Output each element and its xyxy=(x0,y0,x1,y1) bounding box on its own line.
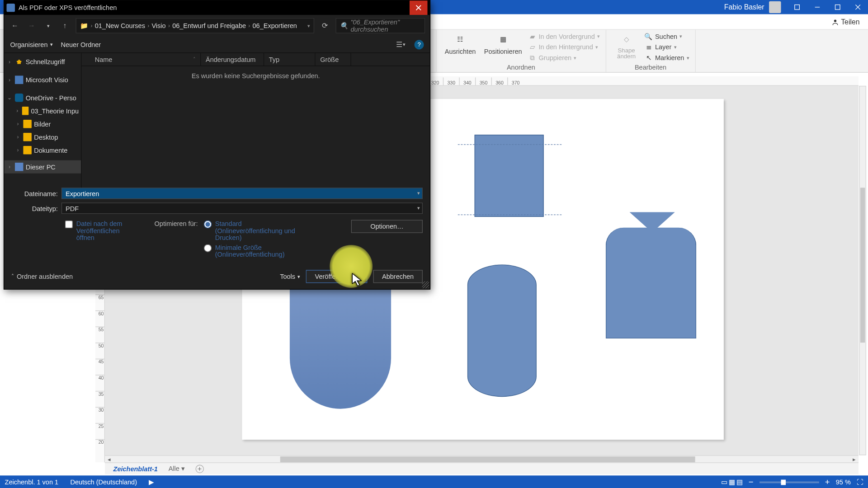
shape-cylinder[interactable] xyxy=(467,265,537,397)
optimize-standard-radio[interactable]: Standard (Onlineveröffentlichung und Dru… xyxy=(204,220,299,241)
macro-icon[interactable]: ▶ xyxy=(149,478,154,486)
new-folder-button[interactable]: Neuer Ordner xyxy=(61,41,101,48)
col-date[interactable]: Änderungsdatum xyxy=(201,53,264,66)
shape-square[interactable] xyxy=(475,135,544,217)
tree-this-pc[interactable]: ›Dieser PC xyxy=(4,160,81,174)
view-icons[interactable]: ▭ ▦ ▤ xyxy=(721,478,743,486)
nav-recent-button[interactable]: ▾ xyxy=(42,20,54,32)
nav-back-button[interactable]: ← xyxy=(9,20,21,32)
scrollbar-horizontal[interactable]: ◂ ▸ xyxy=(105,455,859,462)
hide-folders-button[interactable]: ˄Ordner ausblenden xyxy=(11,273,73,280)
col-size[interactable]: Größe xyxy=(316,53,351,66)
shape-jar[interactable] xyxy=(290,278,391,409)
group-button[interactable]: ⧉Gruppieren▾ xyxy=(528,52,599,63)
refresh-button[interactable]: ⟳ xyxy=(319,20,331,32)
zoom-value[interactable]: 95 % xyxy=(836,479,851,486)
scrollbar-thumb[interactable] xyxy=(860,188,865,343)
scrollbar-thumb[interactable] xyxy=(280,456,695,462)
group-icon: ⧉ xyxy=(528,54,536,62)
folder-icon: 📁 xyxy=(80,22,88,29)
guide-line xyxy=(458,144,561,145)
optimize-label: Optimieren für: xyxy=(155,220,198,227)
position-icon: ▦ xyxy=(496,32,510,47)
layer-button[interactable]: ≣Layer▾ xyxy=(644,42,689,52)
add-sheet-button[interactable]: ＋ xyxy=(196,465,204,473)
folder-tree[interactable]: ›Schnellzugriff ›Microsoft Visio ⌄OneDri… xyxy=(4,53,81,190)
zoom-out-button[interactable]: − xyxy=(749,477,754,487)
user-name[interactable]: Fabio Basler xyxy=(724,3,764,11)
dialog-nav: ← → ▾ ↑ 📁 › 01_New Courses› Visio› 06_En… xyxy=(4,15,430,36)
find-button[interactable]: 🔍Suchen▾ xyxy=(644,31,689,42)
select-button[interactable]: ↖Markieren▾ xyxy=(644,52,689,63)
tree-folder[interactable]: ›Bilder xyxy=(4,117,81,131)
shape-bag[interactable] xyxy=(606,228,696,338)
cancel-button[interactable]: Abbrechen xyxy=(373,270,423,283)
scrollbar-vertical[interactable] xyxy=(859,86,866,455)
filetype-select[interactable]: PDF▾ xyxy=(61,202,423,214)
dialog-title: Als PDF oder XPS veröffentlichen xyxy=(19,4,410,11)
open-after-checkbox[interactable]: Datei nach dem Veröffentlichen öffnen xyxy=(65,220,137,261)
tree-visio[interactable]: ›Microsoft Visio xyxy=(4,73,81,86)
user-avatar[interactable] xyxy=(769,1,781,13)
column-headers[interactable]: Name˄ Änderungsdatum Typ Größe xyxy=(82,53,430,66)
breadcrumb[interactable]: 📁 › 01_New Courses› Visio› 06_Entwurf un… xyxy=(75,18,314,33)
search-icon: 🔍 xyxy=(340,22,348,29)
group-label-arrange: Anordnen xyxy=(442,64,599,72)
col-type[interactable]: Typ xyxy=(264,53,315,66)
status-page: Zeichenbl. 1 von 1 xyxy=(5,479,59,486)
window-close-icon[interactable] xyxy=(848,0,868,14)
layer-icon: ≣ xyxy=(644,43,652,51)
status-bar: Zeichenbl. 1 von 1 Deutsch (Deutschland)… xyxy=(0,475,868,488)
dialog-titlebar[interactable]: Als PDF oder XPS veröffentlichen xyxy=(4,0,430,15)
align-icon: ☷ xyxy=(453,32,467,47)
back-icon: ▱ xyxy=(528,43,536,51)
position-button[interactable]: ▦ Positionieren xyxy=(481,31,524,56)
tree-onedrive[interactable]: ⌄OneDrive - Perso xyxy=(4,91,81,104)
options-button[interactable]: Optionen… xyxy=(351,220,423,233)
all-tabs[interactable]: Alle ▾ xyxy=(169,465,185,473)
tree-folder[interactable]: ›03_Theorie Inpu xyxy=(4,104,81,117)
fit-page-icon[interactable]: ⛶ xyxy=(857,479,863,486)
share-icon xyxy=(831,19,839,26)
dialog-close-button[interactable] xyxy=(410,0,428,15)
window-minimize-icon[interactable] xyxy=(807,0,828,14)
bring-front-button[interactable]: ▰In den Vordergrund▾ xyxy=(528,31,599,42)
col-name[interactable]: Name˄ xyxy=(90,53,201,66)
view-mode-button[interactable]: ☰▾ xyxy=(395,39,406,50)
front-icon: ▰ xyxy=(528,32,536,40)
optimize-minimal-radio[interactable]: Minimale Größe (Onlineveröffentlichung) xyxy=(204,244,299,258)
sheet-tabs: Zeichenblatt-1 Alle ▾ ＋ xyxy=(105,462,859,474)
filetype-label: Dateityp: xyxy=(11,205,61,212)
zoom-slider[interactable] xyxy=(760,481,819,483)
organize-button[interactable]: Organisieren▾ xyxy=(10,41,52,48)
filename-label: Dateiname: xyxy=(11,190,61,197)
window-restore-icon[interactable] xyxy=(787,0,807,14)
zoom-in-button[interactable]: + xyxy=(825,477,830,487)
guide-line xyxy=(458,215,561,215)
share-button[interactable]: Teilen xyxy=(828,16,863,28)
tree-folder[interactable]: ›Dokumente xyxy=(4,144,81,157)
nav-forward-button[interactable]: → xyxy=(26,20,38,32)
nav-up-button[interactable]: ↑ xyxy=(59,20,71,32)
tree-quick-access[interactable]: ›Schnellzugriff xyxy=(4,56,81,69)
align-button[interactable]: ☷ Ausrichten xyxy=(442,31,478,56)
file-list[interactable]: Name˄ Änderungsdatum Typ Größe Es wurden… xyxy=(82,53,430,190)
status-language[interactable]: Deutsch (Deutschland) xyxy=(70,479,137,486)
scroll-left-icon[interactable]: ◂ xyxy=(105,455,113,463)
empty-message: Es wurden keine Suchergebnisse gefunden. xyxy=(82,66,430,190)
save-dialog: Als PDF oder XPS veröffentlichen ← → ▾ ↑… xyxy=(4,0,430,290)
tools-button[interactable]: Tools▾ xyxy=(280,273,300,280)
scroll-right-icon[interactable]: ▸ xyxy=(850,455,858,463)
change-shape-button[interactable]: ◇ Shape ändern xyxy=(612,31,641,61)
tree-folder[interactable]: ›Desktop xyxy=(4,131,81,144)
send-back-button[interactable]: ▱In den Hintergrund▾ xyxy=(528,42,599,52)
sheet-tab[interactable]: Zeichenblatt-1 xyxy=(113,465,158,472)
dialog-toolbar: Organisieren▾ Neuer Ordner ☰▾ ? xyxy=(4,36,430,53)
resize-grip[interactable] xyxy=(422,281,429,288)
filename-input[interactable]: Exportieren▾ xyxy=(61,188,423,199)
help-button[interactable]: ? xyxy=(414,40,424,49)
publish-button[interactable]: Veröffentlichen xyxy=(306,270,367,283)
search-icon: 🔍 xyxy=(644,32,652,40)
search-input[interactable]: 🔍 "06_Exportieren" durchsuchen xyxy=(335,18,425,33)
window-maximize-icon[interactable] xyxy=(827,0,848,14)
